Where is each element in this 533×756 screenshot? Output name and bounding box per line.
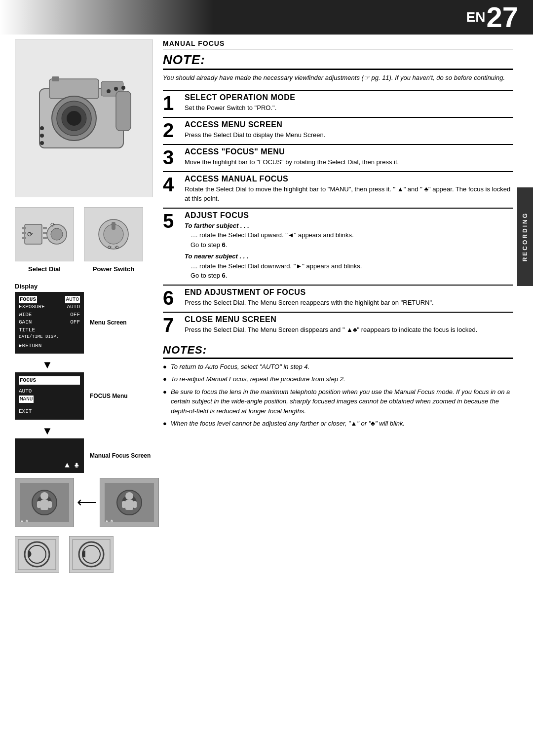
svg-rect-18 bbox=[22, 237, 26, 239]
menu-screen-label: Menu Screen bbox=[90, 319, 127, 326]
svg-point-12 bbox=[107, 89, 111, 93]
arrow-right-big: ⟵ bbox=[77, 494, 97, 510]
step-4-heading: ACCESS MANUAL FOCUS bbox=[185, 175, 513, 183]
step-2: 2 ACCESS MENU SCREEN Press the Select Di… bbox=[163, 117, 513, 144]
arrow-down-1: ▼ bbox=[42, 359, 158, 371]
dial-switch-labels: Select Dial Power Switch bbox=[15, 265, 158, 273]
svg-text:▲ ♣: ▲ ♣ bbox=[20, 518, 28, 523]
illus-box-2: ▲ ♣ bbox=[100, 478, 159, 527]
select-dial-label: Select Dial bbox=[15, 265, 74, 273]
step-3: 3 ACCESS "FOCUS" MENU Move the highlight… bbox=[163, 144, 513, 171]
svg-rect-16 bbox=[22, 227, 26, 229]
step-6-number: 6 bbox=[163, 288, 181, 308]
svg-rect-35 bbox=[40, 500, 48, 510]
steps-container: 1 SELECT OPERATION MODE Set the Power Sw… bbox=[163, 90, 513, 339]
menu-screen-box: FOCUSAUTO EXPOSUREAUTO WIDEOFF GAINOFF T… bbox=[15, 292, 84, 354]
step-6-body: Press the Select Dial. The Menu Screen r… bbox=[185, 298, 513, 308]
step-6-heading: END ADJUSTMENT OF FOCUS bbox=[185, 288, 513, 297]
step-1: 1 SELECT OPERATION MODE Set the Power Sw… bbox=[163, 90, 513, 117]
step-5-sub1-head: To farther subject . . . bbox=[185, 221, 513, 231]
svg-point-5 bbox=[67, 111, 81, 126]
illus-focus-ring-1: ◗ bbox=[15, 536, 59, 573]
svg-point-14 bbox=[121, 86, 125, 90]
note-heading: NOTE: bbox=[163, 52, 513, 70]
note-item-4: When the focus level cannot be adjusted … bbox=[163, 419, 513, 429]
display-label: Display bbox=[15, 283, 158, 290]
svg-rect-20 bbox=[43, 232, 47, 234]
step-5-sub1-goto: Go to step 6. bbox=[185, 240, 513, 250]
step-7-body: Press the Select Dial. The Menu Screen d… bbox=[185, 325, 513, 335]
step-3-body: Move the highlight bar to "FOCUS" by rot… bbox=[185, 157, 513, 167]
svg-point-34 bbox=[40, 492, 48, 500]
svg-point-13 bbox=[114, 87, 118, 91]
svg-rect-51 bbox=[73, 540, 110, 570]
svg-point-11 bbox=[40, 141, 44, 145]
notes-heading: NOTES: bbox=[163, 344, 513, 359]
svg-text:⟳: ⟳ bbox=[27, 230, 33, 238]
step-4-number: 4 bbox=[163, 175, 181, 194]
svg-rect-43 bbox=[125, 500, 133, 510]
note-item-3: Be sure to focus the lens in the maximum… bbox=[163, 387, 513, 416]
step-6-content: END ADJUSTMENT OF FOCUS Press the Select… bbox=[185, 288, 513, 308]
svg-rect-28 bbox=[112, 222, 115, 230]
step-2-number: 2 bbox=[163, 120, 181, 140]
step-3-content: ACCESS "FOCUS" MENU Move the highlight b… bbox=[185, 147, 513, 167]
step-5-sub2-line1: .... rotate the Select Dial downward. "►… bbox=[185, 261, 513, 271]
svg-point-10 bbox=[40, 134, 44, 138]
svg-text:▲ ♣: ▲ ♣ bbox=[105, 518, 113, 523]
step-3-number: 3 bbox=[163, 147, 181, 167]
power-switch-illustration: ⟳ ⟲ bbox=[84, 207, 143, 261]
select-dial-illustration: ⟳ ⟳ bbox=[15, 207, 74, 261]
step-4-content: ACCESS MANUAL FOCUS Rotate the Select Di… bbox=[185, 175, 513, 204]
illus-focus-ring-2: ◖ bbox=[69, 536, 114, 573]
step-4-body: Rotate the Select Dial to move the highl… bbox=[185, 184, 513, 204]
step-1-heading: SELECT OPERATION MODE bbox=[185, 93, 513, 102]
manual-focus-screen-row: ▲ ♣ Manual Focus Screen bbox=[15, 438, 158, 473]
svg-rect-19 bbox=[43, 227, 47, 229]
menu-screen-row: FOCUSAUTO EXPOSUREAUTO WIDEOFF GAINOFF T… bbox=[15, 292, 158, 354]
step-5-sub2-goto: Go to step 6. bbox=[185, 271, 513, 281]
step-7-content: CLOSE MENU SCREEN Press the Select Dial.… bbox=[185, 315, 513, 335]
notes-list: To return to Auto Focus, select "AUTO" i… bbox=[163, 362, 513, 429]
section-title: MANUAL FOCUS bbox=[163, 39, 513, 49]
svg-rect-36 bbox=[37, 501, 41, 508]
svg-text:⟳: ⟳ bbox=[108, 245, 112, 250]
step-5-sub1-line1: .... rotate the Select Dial upward. "◄" … bbox=[185, 230, 513, 240]
step-7: 7 CLOSE MENU SCREEN Press the Select Dia… bbox=[163, 312, 513, 339]
step-2-heading: ACCESS MENU SCREEN bbox=[185, 120, 513, 129]
step-7-number: 7 bbox=[163, 315, 181, 335]
bottom-illustrations: ▲ ♣ ⟵ ▲ ♣ bbox=[15, 478, 158, 573]
svg-rect-47 bbox=[18, 540, 56, 570]
svg-rect-17 bbox=[22, 232, 26, 234]
step-1-number: 1 bbox=[163, 93, 181, 113]
note-item-1: To return to Auto Focus, select "AUTO" i… bbox=[163, 362, 513, 372]
svg-text:◗: ◗ bbox=[27, 548, 32, 558]
step-4: 4 ACCESS MANUAL FOCUS Rotate the Select … bbox=[163, 171, 513, 208]
step-5-content: ADJUST FOCUS To farther subject . . . ..… bbox=[185, 211, 513, 281]
recording-sidebar: RECORDING bbox=[517, 187, 533, 286]
svg-rect-8 bbox=[116, 91, 131, 131]
step-2-body: Press the Select Dial to display the Men… bbox=[185, 130, 513, 140]
note-text: You should already have made the necessa… bbox=[163, 73, 513, 83]
note-item-2: To re-adjust Manual Focus, repeat the pr… bbox=[163, 374, 513, 384]
notes-section: NOTES: To return to Auto Focus, select "… bbox=[163, 344, 513, 429]
recording-text: RECORDING bbox=[522, 212, 529, 261]
step-5-number: 5 bbox=[163, 211, 181, 231]
right-column: MANUAL FOCUS NOTE: You should already ha… bbox=[163, 39, 513, 432]
left-column: ⟳ ⟳ ⟳ ⟲ Select Dial Power Switch Display bbox=[15, 39, 158, 573]
svg-rect-7 bbox=[52, 76, 59, 81]
note-box: NOTE: You should already have made the n… bbox=[163, 52, 513, 83]
svg-point-9 bbox=[40, 126, 44, 130]
svg-text:⟳: ⟳ bbox=[50, 221, 55, 228]
step-1-content: SELECT OPERATION MODE Set the Power Swit… bbox=[185, 93, 513, 113]
focus-menu-box: FOCUS AUTO MANU EXIT bbox=[15, 372, 84, 420]
page-number: 27 bbox=[486, 3, 518, 32]
step-1-body: Set the Power Switch to "PRO.". bbox=[185, 103, 513, 113]
header-bar: EN 27 bbox=[0, 0, 533, 35]
step-3-heading: ACCESS "FOCUS" MENU bbox=[185, 147, 513, 156]
illus-box-1: ▲ ♣ bbox=[15, 478, 74, 527]
step-7-heading: CLOSE MENU SCREEN bbox=[185, 315, 513, 324]
step-5: 5 ADJUST FOCUS To farther subject . . . … bbox=[163, 208, 513, 285]
svg-rect-37 bbox=[48, 501, 52, 508]
step-6: 6 END ADJUSTMENT OF FOCUS Press the Sele… bbox=[163, 285, 513, 312]
